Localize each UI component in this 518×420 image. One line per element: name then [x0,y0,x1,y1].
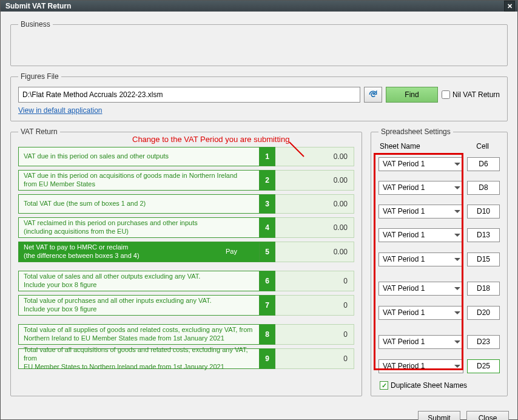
cell-header: Cell [476,142,489,151]
vat-line-3: Total VAT due (the sum of boxes 1 and 2)… [18,194,354,214]
vat-return-fieldset: VAT Return Change to the VAT Period you … [10,127,362,396]
chevron-down-icon [454,365,460,368]
sheet-name-dropdown-9[interactable]: VAT Period 1 [378,359,463,373]
duplicate-sheet-names-checkbox[interactable]: ✓ Duplicate Sheet Names [378,381,500,390]
vat-box-number: 2 [260,170,275,191]
spreadsheet-settings-fieldset: Spreadsheet Settings Sheet Name Cell VAT… [371,127,508,396]
sheet-name-dropdown-1[interactable]: VAT Period 1 [378,157,463,171]
vat-value-3: 0.00 [275,194,354,214]
vat-line-4: VAT reclaimed in this period on purchase… [18,217,354,238]
vat-desc-1: VAT due in this period on sales and othe… [18,147,260,166]
vat-desc-line2: (including acquisitions from the EU) [24,228,254,236]
cell-input-3[interactable] [467,205,500,218]
vat-desc-6: Total value of sales and all other outpu… [18,271,260,291]
vat-desc-line1: Total value of purchases and all other i… [24,297,254,305]
vat-desc-4: VAT reclaimed in this period on purchase… [18,217,260,238]
cell-input-1[interactable] [467,157,500,171]
sheet-name-value: VAT Period 1 [383,255,425,263]
ss-row-6: VAT Period 1 [378,278,500,299]
pay-label: Pay [226,248,237,256]
chevron-down-icon [454,258,460,261]
ss-row-2: VAT Period 1 [378,177,500,198]
sheet-name-dropdown-2[interactable]: VAT Period 1 [378,181,463,195]
chevron-down-icon [454,340,460,344]
vat-line-9: Total value of all acquisitions of goods… [18,348,354,369]
cell-input-6[interactable] [467,282,500,296]
chevron-down-icon [454,287,460,290]
sheet-name-dropdown-4[interactable]: VAT Period 1 [378,228,463,242]
refresh-button[interactable] [364,87,382,103]
ss-row-8: VAT Period 1 [378,331,500,352]
sheet-name-dropdown-6[interactable]: VAT Period 1 [378,282,463,296]
ss-row-3: VAT Period 1 [378,202,500,221]
vat-desc-9: Total value of all acquisitions of goods… [18,348,260,369]
sheet-name-value: VAT Period 1 [383,308,425,317]
vat-line-6: Total value of sales and all other outpu… [18,271,354,291]
close-button[interactable]: Close [466,411,509,420]
vat-desc-5: Net VAT to pay to HMRC or reclaim(the di… [18,242,260,262]
find-button[interactable]: Find [386,87,438,103]
vat-line-8: Total value of all supplies of goods and… [18,324,354,345]
vat-line-2: VAT due in this period on acquisitions o… [18,170,354,191]
cell-input-7[interactable] [467,306,500,320]
cell-input-5[interactable] [467,252,500,266]
vat-desc-7: Total value of purchases and all other i… [18,295,260,316]
vat-return-legend: VAT Return [18,127,60,136]
spreadsheet-legend: Spreadsheet Settings [378,127,453,136]
vat-desc-line1: Total value of all acquisitions of goods… [24,346,254,363]
sheet-name-dropdown-8[interactable]: VAT Period 1 [378,335,463,349]
vat-desc-8: Total value of all supplies of goods and… [18,324,260,345]
figures-path-input[interactable] [18,87,360,103]
vat-box-number: 6 [260,271,275,291]
vat-value-1: 0.00 [275,147,354,166]
ss-row-4: VAT Period 1 [378,225,500,245]
business-fieldset: Business [10,20,508,66]
close-icon[interactable]: ✕ [504,1,515,12]
nil-checkbox[interactable] [442,90,450,99]
nil-vat-return-checkbox[interactable]: Nil VAT Return [442,90,500,99]
vat-box-number: 3 [260,194,275,214]
vat-line-5: Net VAT to pay to HMRC or reclaim(the di… [18,242,354,262]
vat-desc-line1: Total VAT due (the sum of boxes 1 and 2) [24,200,254,208]
vat-desc-2: VAT due in this period on acquisitions o… [18,170,260,191]
vat-value-7: 0 [275,295,354,316]
vat-box-number: 5 [260,242,275,262]
sheet-name-value: VAT Period 1 [383,231,425,239]
vat-desc-line1: VAT due in this period on acquisitions o… [24,172,254,180]
vat-desc-line1: Net VAT to pay to HMRC or reclaim [24,243,254,252]
ss-row-7: VAT Period 1 [378,302,500,323]
vat-desc-line1: Total value of all supplies of goods and… [24,326,254,334]
cell-input-4[interactable] [467,228,500,242]
sheet-name-dropdown-5[interactable]: VAT Period 1 [378,252,463,266]
chevron-down-icon [454,311,460,314]
figures-fieldset: Figures File Find Nil VAT Return View in… [10,72,508,121]
view-default-app-link[interactable]: View in default application [18,106,103,115]
vat-box-number: 1 [260,147,275,166]
cell-input-8[interactable] [467,335,500,349]
chevron-down-icon [454,163,460,166]
chevron-down-icon [454,186,460,189]
cell-input-2[interactable] [467,181,500,195]
vat-value-5: 0.00 [275,242,354,262]
vat-box-number: 9 [260,348,275,369]
submit-vat-dialog: Submit VAT Return ✕ Business Figures Fil… [0,0,518,420]
vat-desc-line2: Include your box 9 figure [24,305,254,314]
nil-label: Nil VAT Return [452,90,500,99]
sheet-name-dropdown-7[interactable]: VAT Period 1 [378,306,463,320]
sheet-name-dropdown-3[interactable]: VAT Period 1 [378,205,463,218]
vat-desc-line2: Northern Ireland to EU Member States mad… [24,334,254,343]
vat-desc-line1: VAT due in this period on sales and othe… [24,152,254,161]
vat-desc-line1: VAT reclaimed in this period on purchase… [24,219,254,228]
dup-label: Duplicate Sheet Names [391,381,467,390]
vat-value-4: 0.00 [275,217,354,238]
cell-input-9[interactable] [467,359,500,373]
vat-value-6: 0 [275,271,354,291]
vat-desc-line1: Total value of sales and all other outpu… [24,273,254,281]
sheet-name-value: VAT Period 1 [383,207,425,215]
submit-button[interactable]: Submit [418,411,460,420]
sheet-name-header: Sheet Name [380,142,420,151]
vat-line-1: VAT due in this period on sales and othe… [18,147,354,166]
vat-value-8: 0 [275,324,354,345]
sheet-name-value: VAT Period 1 [383,362,425,370]
vat-line-7: Total value of purchases and all other i… [18,295,354,316]
